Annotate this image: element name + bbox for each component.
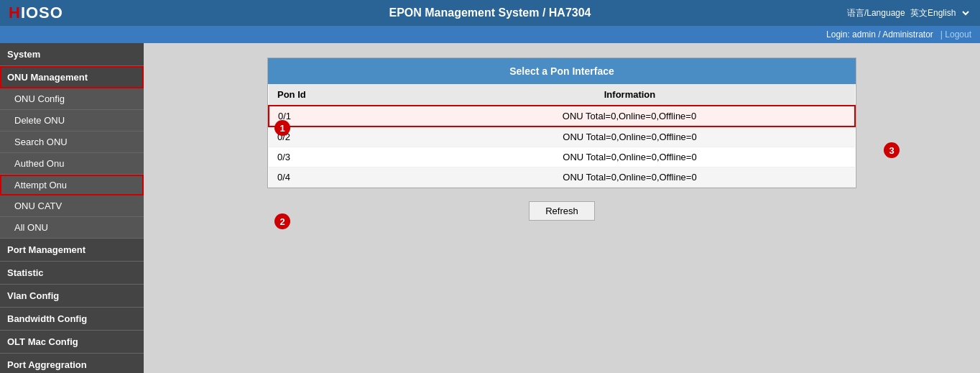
sidebar-item-authed-onu[interactable]: Authed Onu — [0, 153, 144, 175]
logo-area: HIOSO — [9, 4, 63, 22]
sidebar-item-port-management[interactable]: Port Management — [0, 239, 144, 262]
sidebar-item-onu-config[interactable]: ONU Config — [0, 88, 144, 110]
col-information: Information — [405, 84, 855, 106]
language-select[interactable]: 英文English 中文Chinese — [907, 7, 971, 19]
table-header-row: Pon Id Information — [269, 84, 855, 106]
table-row[interactable]: 0/2ONU Total=0,Online=0,Offline=0 — [269, 126, 855, 147]
sidebar-item-onu-management[interactable]: ONU Management — [0, 66, 144, 88]
sidebar-item-bandwidth-config[interactable]: Bandwidth Config — [0, 308, 144, 331]
sidebar-item-search-onu[interactable]: Search ONU — [0, 132, 144, 153]
pon-id-cell: 0/3 — [269, 147, 405, 167]
info-cell: ONU Total=0,Online=0,Offline=0 — [405, 106, 855, 126]
login-info: Login: admin / Administrator — [826, 29, 933, 40]
sidebar: System ONU Management ONU Config Delete … — [0, 43, 144, 373]
sidebar-item-attempt-onu[interactable]: Attempt Onu — [0, 175, 144, 195]
table-title: Select a Pon Interface — [268, 58, 856, 84]
sidebar-item-vlan-config[interactable]: Vlan Config — [0, 285, 144, 308]
header-sub: Login: admin / Administrator | Logout — [0, 26, 980, 43]
sidebar-item-onu-catv[interactable]: ONU CATV — [0, 195, 144, 217]
badge-1: 1 — [274, 120, 290, 136]
sidebar-item-statistic[interactable]: Statistic — [0, 262, 144, 285]
info-cell: ONU Total=0,Online=0,Offline=0 — [405, 167, 855, 188]
main-content: 1 2 3 Select a Pon Interface Pon Id Info… — [144, 43, 980, 373]
sidebar-item-delete-onu[interactable]: Delete ONU — [0, 110, 144, 132]
sidebar-item-system[interactable]: System — [0, 43, 144, 66]
table-row[interactable]: 0/1ONU Total=0,Online=0,Offline=0 — [269, 106, 855, 126]
info-cell: ONU Total=0,Online=0,Offline=0 — [405, 147, 855, 167]
table-row[interactable]: 0/4ONU Total=0,Online=0,Offline=0 — [269, 167, 855, 188]
sidebar-item-olt-mac-config[interactable]: OLT Mac Config — [0, 331, 144, 354]
logout-link[interactable]: | Logout — [940, 29, 971, 40]
pon-table: Pon Id Information 0/1ONU Total=0,Online… — [268, 84, 856, 188]
sidebar-item-port-aggregation[interactable]: Port Aggregration — [0, 354, 144, 373]
badge-3: 3 — [884, 142, 900, 158]
logo-red: H — [9, 4, 21, 22]
info-cell: ONU Total=0,Online=0,Offline=0 — [405, 126, 855, 147]
header-right: 语言/Language 英文English 中文Chinese — [847, 7, 971, 19]
header-top: HIOSO EPON Management System / HA7304 语言… — [0, 0, 980, 26]
col-pon-id: Pon Id — [269, 84, 405, 106]
language-label: 语言/Language 英文English 中文Chinese — [847, 7, 971, 19]
pon-table-container: Select a Pon Interface Pon Id Informatio… — [267, 57, 856, 188]
header-title: EPON Management System / HA7304 — [389, 6, 591, 19]
main-layout: System ONU Management ONU Config Delete … — [0, 43, 980, 373]
logo: HIOSO — [9, 4, 63, 22]
badge-2: 2 — [274, 213, 290, 229]
refresh-button[interactable]: Refresh — [529, 201, 595, 221]
sidebar-item-all-onu[interactable]: All ONU — [0, 217, 144, 239]
pon-id-cell: 0/4 — [269, 167, 405, 188]
table-row[interactable]: 0/3ONU Total=0,Online=0,Offline=0 — [269, 147, 855, 167]
